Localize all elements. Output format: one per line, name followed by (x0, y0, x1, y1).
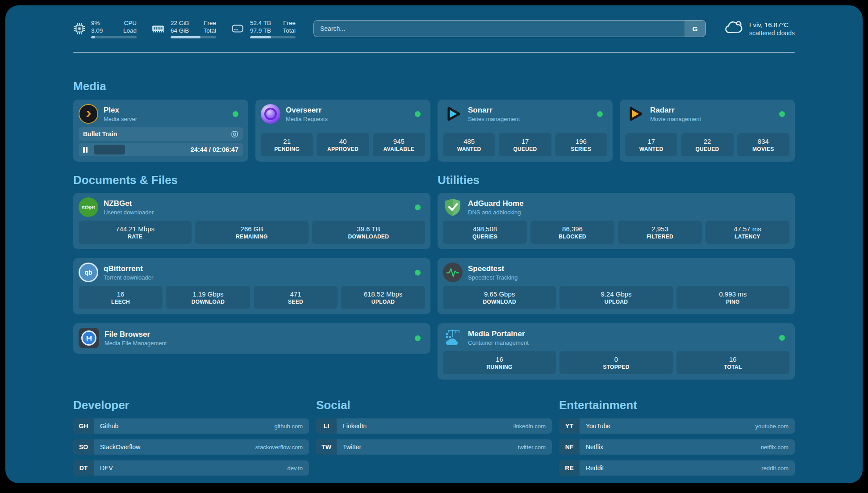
bookmark-name: YouTube (586, 422, 610, 430)
mem-total-value: 64 GiB (171, 27, 189, 34)
service-title: Overseerr (286, 106, 328, 115)
search-engine-button[interactable]: G (684, 21, 705, 37)
stat-tile: 834MOVIES (737, 133, 789, 156)
stat-tile: 498,508QUERIES (443, 221, 527, 244)
bookmark-abbr: SO (73, 439, 94, 455)
service-subtitle: Series management (468, 116, 520, 122)
disk-total-value: 97.9 TB (250, 27, 271, 34)
weather-widget: Lviv, 16.87°C scattered clouds (724, 19, 795, 38)
service-card-radarr[interactable]: Radarr Movie management 17WANTED 22QUEUE… (620, 100, 795, 162)
bookmark-url: linkedin.com (513, 423, 546, 430)
cpu-load-label: Load (123, 27, 137, 34)
bookmark-name: Netflix (586, 443, 603, 451)
top-bar: 9%CPU 3.09Load 22 GiBFree 64 GiBTotal (73, 17, 795, 41)
bookmark-stackoverflow[interactable]: SO StackOverflowstackoverflow.com (73, 439, 309, 455)
stat-tile: 40APPROVED (317, 133, 369, 156)
bookmark-github[interactable]: GH Githubgithub.com (73, 418, 309, 434)
cpu-stat: 9%CPU 3.09Load (73, 19, 137, 38)
section-heading-social: Social (316, 398, 552, 412)
bookmark-url: github.com (274, 423, 303, 430)
section-heading-media: Media (73, 79, 795, 93)
mem-total-label: Total (203, 27, 216, 34)
stat-tile: 47.57 msLATENCY (705, 221, 789, 244)
service-card-filebrowser[interactable]: File Browser Media File Management (73, 323, 430, 354)
service-card-adguard[interactable]: AdGuard Home DNS and adblocking 498,508Q… (438, 193, 795, 249)
bookmark-abbr: LI (316, 418, 337, 434)
bookmark-abbr: TW (316, 439, 337, 455)
service-subtitle: DNS and adblocking (468, 209, 524, 216)
mem-progressbar (171, 36, 216, 38)
service-card-sonarr[interactable]: Sonarr Series management 485WANTED 17QUE… (438, 100, 613, 162)
status-dot (415, 270, 421, 276)
service-title: Speedtest (468, 264, 517, 273)
status-dot (415, 111, 421, 117)
section-heading-entertainment: Entertainment (559, 398, 795, 412)
service-card-qbittorrent[interactable]: qb qBittorrent Torrent downloader 16LEEC… (73, 258, 430, 314)
stat-tile: 21PENDING (261, 133, 313, 156)
weather-summary: Lviv, 16.87°C (749, 21, 795, 29)
bookmark-name: LinkedIn (343, 422, 367, 430)
bookmark-abbr: RE (559, 460, 580, 476)
bookmark-abbr: YT (559, 418, 580, 434)
service-title: AdGuard Home (468, 199, 524, 208)
nzbget-icon: nzbget (79, 197, 98, 217)
service-title: Plex (104, 106, 137, 115)
service-card-speedtest[interactable]: Speedtest Speedtest Tracking 9.65 GbpsDO… (438, 258, 795, 314)
disk-icon (230, 22, 245, 35)
documents-column: Documents & Files nzbget NZBGet Usenet d… (73, 173, 430, 354)
disk-stat: 52.4 TBFree 97.9 TBTotal (230, 19, 296, 38)
now-playing-time: 24:44 / 02:06:47 (191, 146, 238, 153)
cpu-percent: 9% (91, 19, 100, 27)
bookmark-abbr: DT (73, 460, 94, 476)
radarr-icon (625, 104, 645, 124)
service-card-plex[interactable]: Plex Media server Bullet Train 24:44 / 0… (73, 100, 248, 162)
stat-tile: 266 GBREMAINING (195, 221, 308, 244)
bookmark-dev[interactable]: DT DEVdev.to (73, 460, 309, 476)
stat-tile: 39.6 TBDOWNLOADED (312, 221, 425, 244)
stat-tile: 16RUNNING (443, 351, 556, 374)
bookmark-name: StackOverflow (100, 443, 140, 451)
bookmark-reddit[interactable]: RE Redditreddit.com (559, 460, 795, 476)
service-card-overseerr[interactable]: Overseerr Media Requests 21PENDING 40APP… (255, 100, 430, 162)
bookmark-url: youtube.com (755, 423, 789, 430)
bookmark-url: netflix.com (761, 444, 789, 451)
service-title: Media Portainer (468, 330, 529, 338)
portainer-icon (443, 328, 463, 347)
status-dot (597, 111, 603, 117)
bookmark-url: stackoverflow.com (255, 444, 303, 451)
stat-tile: 485WANTED (443, 133, 495, 156)
bookmark-netflix[interactable]: NF Netflixnetflix.com (559, 439, 795, 455)
utilities-column: Utilities AdGuard Home (438, 173, 795, 380)
service-card-portainer[interactable]: Media Portainer Container management 16R… (438, 323, 795, 380)
adguard-icon (443, 197, 463, 217)
stat-tile: 22QUEUED (681, 133, 733, 156)
service-subtitle: Movie management (650, 116, 701, 122)
mem-free-value: 22 GiB (171, 19, 189, 27)
section-heading-documents: Documents & Files (73, 173, 430, 187)
bookmark-abbr: NF (559, 439, 580, 455)
section-heading-developer: Developer (73, 398, 309, 412)
status-dot (233, 111, 238, 117)
service-card-nzbget[interactable]: nzbget NZBGet Usenet downloader 744.21 M… (73, 193, 430, 249)
cpu-label: CPU (124, 19, 137, 27)
media-card-row: Plex Media server Bullet Train 24:44 / 0… (73, 100, 795, 162)
bookmark-linkedin[interactable]: LI LinkedInlinkedin.com (316, 418, 552, 434)
plex-icon (79, 104, 98, 124)
cloud-icon (724, 19, 743, 38)
service-title: qBittorrent (104, 264, 153, 273)
service-title: NZBGet (104, 199, 154, 208)
weather-description: scattered clouds (749, 29, 795, 37)
bookmark-twitter[interactable]: TW Twittertwitter.com (316, 439, 552, 455)
memory-stat: 22 GiBFree 64 GiBTotal (151, 19, 216, 38)
service-subtitle: Speedtest Tracking (468, 274, 517, 281)
stat-tile: 0.993 msPING (676, 286, 789, 309)
cpu-progressbar (91, 36, 137, 38)
now-playing-title-row: Bullet Train (79, 127, 243, 141)
bookmark-url: twitter.com (518, 444, 546, 451)
search-input[interactable] (313, 20, 706, 37)
service-subtitle: Media Requests (286, 116, 328, 122)
dashboard: 9%CPU 3.09Load 22 GiBFree 64 GiBTotal (5, 5, 863, 483)
filebrowser-icon (79, 328, 99, 348)
bookmark-youtube[interactable]: YT YouTubeyoutube.com (559, 418, 795, 434)
service-title: Radarr (650, 106, 701, 115)
